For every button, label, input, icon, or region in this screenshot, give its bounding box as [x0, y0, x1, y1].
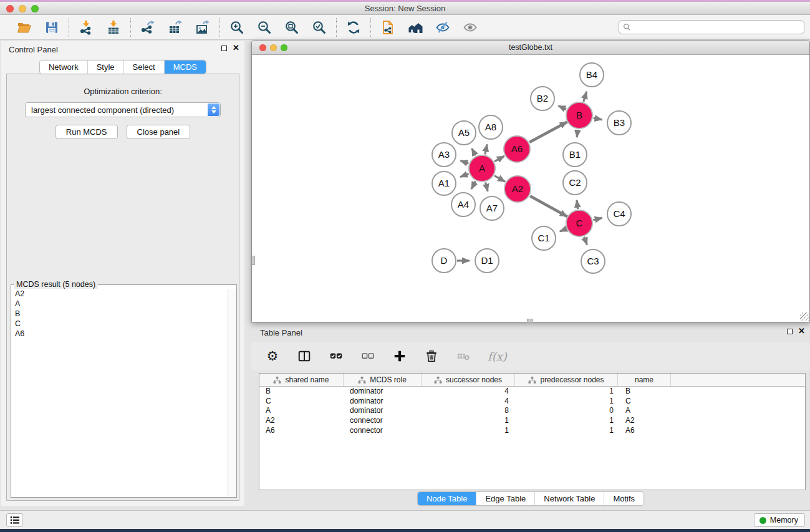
search-input[interactable]: [634, 22, 804, 33]
table-cell[interactable]: 1: [515, 426, 618, 436]
zoom-selected-icon[interactable]: [311, 19, 327, 36]
select-all-checks-icon[interactable]: [329, 349, 344, 364]
split-divider-handle[interactable]: [527, 319, 533, 322]
search-field[interactable]: [619, 20, 804, 34]
export-table-icon[interactable]: [167, 19, 183, 36]
table-cell[interactable]: B: [259, 387, 344, 397]
table-cell[interactable]: 4: [422, 387, 515, 397]
tab-network[interactable]: Network: [40, 60, 87, 74]
column-header-successor-nodes[interactable]: successor nodes: [422, 374, 515, 386]
edge-A-A6[interactable]: [494, 156, 504, 162]
float-panel-icon[interactable]: [221, 46, 227, 51]
edge-A-A3[interactable]: [460, 160, 468, 163]
table-cell[interactable]: A6: [618, 426, 671, 436]
table-cell[interactable]: A: [618, 406, 671, 416]
zoom-fit-icon[interactable]: [284, 19, 300, 36]
edge-A-A7[interactable]: [486, 182, 488, 191]
edge-A-A5[interactable]: [472, 148, 476, 156]
edge-B-B1[interactable]: [577, 130, 577, 137]
run-mcds-button[interactable]: Run MCDS: [55, 125, 118, 139]
tab-node-table[interactable]: Node Table: [418, 492, 476, 505]
close-panel-icon[interactable]: ✕: [233, 45, 239, 51]
network-graph[interactable]: AA1A2A3A4A5A6A7A8BB1B2B3B4CC1C2C3C4DD1: [253, 56, 809, 322]
show-panels-list-button[interactable]: [6, 513, 23, 527]
window-resize-grip[interactable]: [800, 312, 809, 321]
column-header-predecessor-nodes[interactable]: predecessor nodes: [515, 374, 618, 386]
table-cell[interactable]: 4: [422, 397, 515, 407]
tab-mcds[interactable]: MCDS: [164, 60, 206, 74]
result-item[interactable]: A2: [12, 289, 227, 299]
zoom-out-icon[interactable]: [256, 19, 272, 36]
result-item[interactable]: B: [12, 309, 227, 319]
table-cell[interactable]: 1: [422, 416, 515, 426]
hide-selected-icon[interactable]: [435, 19, 451, 36]
table-row[interactable]: Bdominator41B: [259, 387, 805, 397]
edge-A2-C[interactable]: [530, 196, 567, 216]
edge-A-A8[interactable]: [485, 144, 487, 154]
edge-C-C3[interactable]: [584, 237, 587, 245]
table-cell[interactable]: dominator: [344, 397, 422, 407]
result-scrollbar[interactable]: [228, 289, 236, 496]
zoom-in-icon[interactable]: [229, 19, 245, 36]
deselect-all-checks-icon[interactable]: [360, 349, 375, 364]
table-cell[interactable]: connector: [344, 426, 422, 436]
table-cell[interactable]: A: [259, 406, 344, 416]
column-header-name[interactable]: name: [618, 374, 671, 386]
result-item[interactable]: A6: [12, 329, 227, 339]
edge-A-A2[interactable]: [494, 176, 505, 182]
close-table-panel-icon[interactable]: ✕: [798, 328, 805, 334]
table-cell[interactable]: A2: [618, 416, 671, 426]
table-cell[interactable]: dominator: [344, 387, 422, 397]
tab-motifs[interactable]: Motifs: [604, 492, 644, 505]
apply-layout-icon[interactable]: [345, 19, 362, 36]
table-cell[interactable]: B: [618, 387, 671, 397]
tab-select[interactable]: Select: [123, 60, 164, 74]
edge-C-C2[interactable]: [577, 200, 578, 209]
home-view-icon[interactable]: [407, 19, 423, 36]
edge-C-C4[interactable]: [593, 218, 602, 220]
result-item[interactable]: C: [12, 319, 227, 329]
table-cell[interactable]: 0: [515, 406, 618, 416]
open-session-icon[interactable]: [16, 19, 32, 36]
edge-A-A4[interactable]: [471, 181, 476, 189]
edge-B-B4[interactable]: [584, 92, 587, 102]
table-cell[interactable]: dominator: [344, 406, 422, 416]
edge-B-B3[interactable]: [594, 118, 602, 120]
table-row[interactable]: A2connector11A2: [259, 416, 805, 426]
close-panel-button[interactable]: Close panel: [127, 125, 191, 139]
tab-style[interactable]: Style: [87, 60, 123, 74]
memory-button[interactable]: Memory: [754, 513, 805, 527]
show-hidden-icon[interactable]: [462, 19, 478, 36]
table-cell[interactable]: 1: [422, 426, 515, 436]
save-session-icon[interactable]: [44, 19, 60, 36]
edge-A6-B[interactable]: [529, 122, 567, 142]
import-table-icon[interactable]: [105, 19, 122, 36]
table-row[interactable]: A6connector11A6: [259, 426, 805, 436]
criterion-select[interactable]: largest connected component (directed): [25, 102, 221, 117]
table-cell[interactable]: 8: [422, 406, 515, 416]
tab-edge-table[interactable]: Edge Table: [476, 492, 534, 505]
table-cell[interactable]: C: [259, 397, 344, 407]
new-network-from-selection-icon[interactable]: [380, 19, 396, 36]
delete-rows-icon[interactable]: [424, 349, 439, 364]
column-settings-gear-icon[interactable]: ⚙: [265, 349, 280, 364]
table-cell[interactable]: connector: [344, 416, 422, 426]
edge-C-C1[interactable]: [560, 229, 566, 231]
tab-network-table[interactable]: Network Table: [534, 492, 604, 505]
add-row-icon[interactable]: [392, 349, 407, 364]
edge-B-B2[interactable]: [558, 106, 566, 110]
column-header-shared-name[interactable]: shared name: [259, 374, 344, 386]
network-canvas[interactable]: AA1A2A3A4A5A6A7A8BB1B2B3B4CC1C2C3C4DD1: [253, 56, 809, 322]
table-cell[interactable]: A6: [259, 426, 344, 436]
table-cell[interactable]: A2: [259, 416, 344, 426]
result-item[interactable]: A: [12, 299, 227, 309]
table-cell[interactable]: 1: [515, 387, 618, 397]
table-cell[interactable]: 1: [515, 416, 618, 426]
table-cell[interactable]: 1: [515, 397, 618, 407]
export-image-icon[interactable]: [195, 19, 211, 36]
table-cell[interactable]: C: [618, 397, 671, 407]
table-row[interactable]: Cdominator41C: [259, 397, 805, 407]
edge-A-A1[interactable]: [460, 173, 469, 177]
import-network-icon[interactable]: [78, 19, 94, 36]
table-row[interactable]: Adominator80A: [259, 406, 805, 416]
